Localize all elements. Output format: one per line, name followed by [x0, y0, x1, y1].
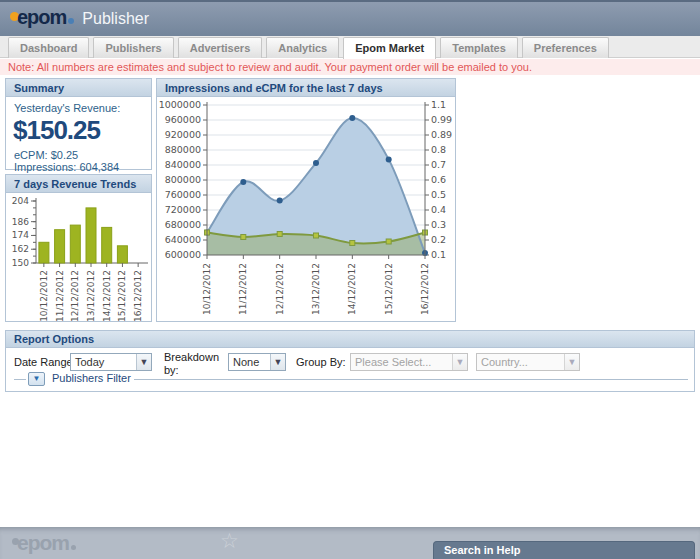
svg-text:920000: 920000: [165, 129, 201, 140]
svg-text:840000: 840000: [165, 159, 201, 170]
svg-text:174: 174: [12, 230, 29, 240]
country-select[interactable]: Country... ▼: [476, 353, 580, 371]
report-options-panel: Report Options Date Range: Today ▼ Break…: [5, 330, 695, 392]
svg-text:13/12/2012: 13/12/2012: [311, 263, 321, 315]
date-range-label: Date Range:: [14, 356, 76, 368]
tab-templates[interactable]: Templates: [440, 37, 518, 58]
tab-preferences[interactable]: Preferences: [522, 37, 609, 58]
svg-text:0.89: 0.89: [431, 129, 452, 140]
svg-text:150: 150: [12, 258, 29, 268]
publishers-filter-toggle[interactable]: ▼: [28, 372, 45, 386]
chevron-down-icon: ▼: [564, 354, 579, 370]
svg-text:760000: 760000: [165, 189, 201, 200]
revenue-label: Yesterday's Revenue:: [14, 102, 143, 114]
product-name: Publisher: [82, 10, 149, 28]
chevron-down-icon: ▼: [33, 374, 41, 383]
search-in-help-panel[interactable]: Search in Help: [433, 541, 695, 559]
svg-text:13/12/2012: 13/12/2012: [86, 270, 96, 321]
app-header: epom Publisher: [0, 0, 700, 36]
svg-text:0.7: 0.7: [431, 159, 446, 170]
svg-text:1000000: 1000000: [159, 99, 201, 110]
logo-dot-icon: [71, 545, 76, 550]
estimates-note: Note: All numbers are estimates and subj…: [0, 59, 700, 75]
summary-panel-title: Summary: [6, 79, 151, 97]
group-by-label: Group By:: [296, 356, 346, 368]
main-nav-tabbar: DashboardPublishersAdvertisersAnalyticsE…: [0, 36, 700, 58]
svg-text:880000: 880000: [165, 144, 201, 155]
impressions-value: Impressions: 604,384: [14, 161, 143, 173]
ecpm-value: eCPM: $0.25: [14, 149, 143, 161]
tab-dashboard[interactable]: Dashboard: [8, 37, 89, 58]
tab-epom-market[interactable]: Epom Market: [343, 37, 436, 59]
svg-text:800000: 800000: [165, 174, 201, 185]
svg-text:204: 204: [12, 196, 29, 206]
brand-name: epom: [17, 6, 66, 29]
revenue-value: $150.25: [13, 115, 143, 146]
impressions-ecpm-title: Impressions and eCPM for the last 7 days: [157, 79, 455, 97]
svg-text:720000: 720000: [165, 204, 201, 215]
divider: [14, 379, 26, 380]
svg-text:0.5: 0.5: [431, 189, 446, 200]
svg-text:960000: 960000: [165, 114, 201, 125]
svg-text:0.8: 0.8: [431, 144, 446, 155]
tab-analytics[interactable]: Analytics: [266, 37, 339, 58]
svg-text:0.2: 0.2: [431, 234, 446, 245]
svg-text:186: 186: [12, 217, 29, 227]
revenue-trends-bar-chart: 15016217418620410/12/201211/12/201212/12…: [6, 193, 151, 321]
svg-text:11/12/2012: 11/12/2012: [238, 263, 248, 315]
svg-text:11/12/2012: 11/12/2012: [55, 270, 65, 321]
svg-text:14/12/2012: 14/12/2012: [347, 263, 357, 315]
svg-text:0.4: 0.4: [431, 204, 446, 215]
svg-text:16/12/2012: 16/12/2012: [133, 270, 143, 321]
impressions-ecpm-area-chart: 10000001.19600000.999200000.898800000.88…: [157, 97, 455, 321]
publishers-filter-label: Publishers Filter: [52, 372, 131, 384]
svg-text:600000: 600000: [165, 249, 201, 260]
svg-text:0.3: 0.3: [431, 219, 446, 230]
svg-text:640000: 640000: [165, 234, 201, 245]
svg-text:10/12/2012: 10/12/2012: [202, 263, 212, 315]
svg-text:16/12/2012: 16/12/2012: [420, 263, 430, 315]
publishers-filter-row: ▼ Publishers Filter: [6, 371, 694, 387]
svg-text:162: 162: [12, 244, 29, 254]
logo-blue-dot-icon: [68, 18, 74, 24]
svg-text:15/12/2012: 15/12/2012: [384, 263, 394, 315]
tab-advertisers[interactable]: Advertisers: [178, 37, 263, 58]
svg-text:0.99: 0.99: [431, 114, 452, 125]
svg-text:1.1: 1.1: [431, 99, 446, 110]
svg-text:15/12/2012: 15/12/2012: [117, 270, 127, 321]
star-icon[interactable]: ☆: [220, 529, 239, 553]
chevron-down-icon: ▼: [136, 354, 151, 370]
chevron-down-icon: ▼: [270, 354, 285, 370]
breakdown-select[interactable]: None ▼: [228, 353, 286, 371]
impressions-ecpm-panel: Impressions and eCPM for the last 7 days…: [156, 78, 456, 322]
svg-text:10/12/2012: 10/12/2012: [39, 270, 49, 321]
svg-text:0.1: 0.1: [431, 249, 446, 260]
date-range-select[interactable]: Today ▼: [70, 353, 152, 371]
revenue-trends-panel: 7 days Revenue Trends 15016217418620410/…: [5, 174, 152, 322]
svg-text:14/12/2012: 14/12/2012: [102, 270, 112, 321]
epom-logo: epom Publisher: [10, 6, 149, 29]
revenue-trends-title: 7 days Revenue Trends: [6, 175, 151, 193]
footer-epom-logo: epom: [12, 531, 76, 555]
svg-text:12/12/2012: 12/12/2012: [275, 263, 285, 315]
divider: [134, 379, 688, 380]
svg-text:0.6: 0.6: [431, 174, 446, 185]
svg-text:12/12/2012: 12/12/2012: [70, 270, 80, 321]
app-window: epom Publisher DashboardPublishersAdvert…: [0, 0, 700, 559]
tab-publishers[interactable]: Publishers: [93, 37, 173, 58]
report-options-title: Report Options: [6, 331, 694, 348]
chevron-down-icon: ▼: [452, 354, 467, 370]
summary-panel: Summary Yesterday's Revenue: $150.25 eCP…: [5, 78, 152, 170]
app-footer: epom ☆ Search in Help: [0, 527, 700, 559]
svg-text:680000: 680000: [165, 219, 201, 230]
group-by-select[interactable]: Please Select... ▼: [350, 353, 468, 371]
